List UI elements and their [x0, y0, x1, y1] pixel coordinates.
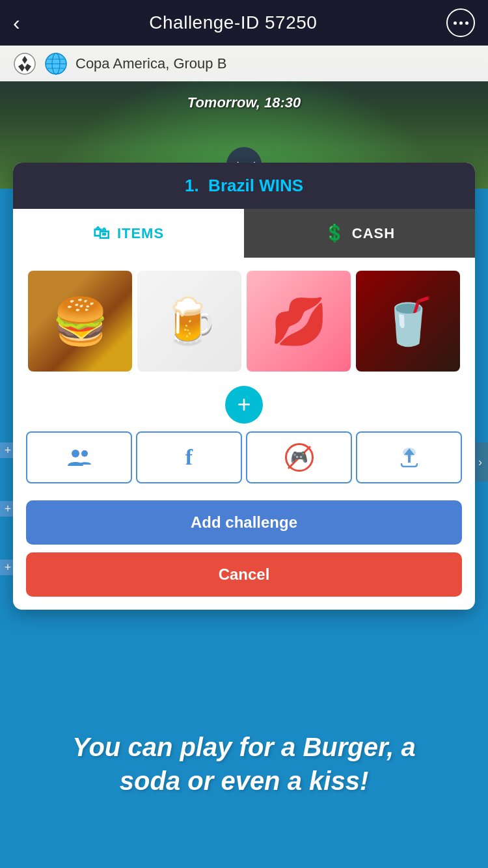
action-buttons: Add challenge Cancel [13, 494, 475, 610]
item-burger[interactable] [28, 271, 132, 372]
tabs-row: 🛍 ITEMS 💲 CASH [13, 209, 475, 258]
tab-cash-label: CASH [352, 225, 395, 242]
items-section [13, 258, 475, 378]
back-button[interactable]: ‹ [13, 12, 20, 33]
facebook-icon: f [185, 445, 193, 470]
facebook-button[interactable]: f [136, 431, 242, 483]
page-title: Challenge-ID 57250 [149, 12, 317, 33]
items-grid [26, 271, 462, 372]
prediction-number: 1. [185, 176, 199, 195]
items-tab-icon: 🛍 [93, 223, 111, 243]
challenge-modal: 1. Brazil WINS 🛍 ITEMS 💲 CASH + [13, 163, 475, 610]
upload-button[interactable] [356, 431, 462, 483]
soccer-ball-icon [13, 52, 36, 75]
friends-button[interactable] [26, 431, 132, 483]
prediction-text: 1. Brazil WINS [26, 176, 462, 196]
friends-icon [68, 448, 91, 467]
cash-tab-icon: 💲 [324, 223, 346, 243]
add-challenge-button[interactable]: Add challenge [26, 500, 462, 545]
add-item-container: + [13, 378, 475, 431]
league-name: Copa America, Group B [75, 55, 226, 72]
upload-icon [398, 446, 421, 469]
add-icon: + [237, 393, 251, 416]
globe-icon [44, 52, 68, 75]
app-header: ‹ Challenge-ID 57250 [0, 0, 488, 46]
tagline-text: You can play for a Burger, a soda or eve… [39, 730, 449, 798]
dot1 [454, 21, 457, 25]
bottom-tagline-section: You can play for a Burger, a soda or eve… [0, 660, 488, 868]
social-buttons-row: f 🎮 [13, 431, 475, 494]
dot3 [465, 21, 468, 25]
menu-button[interactable] [446, 8, 475, 37]
svg-point-9 [72, 450, 79, 457]
gamepad-inner-icon: 🎮 [290, 449, 308, 466]
prediction-highlight: Brazil WINS [208, 176, 303, 195]
league-bar: Copa America, Group B [0, 46, 488, 81]
tab-items[interactable]: 🛍 ITEMS [13, 209, 244, 258]
no-game-icon: 🎮 [285, 443, 314, 472]
dot2 [459, 21, 463, 25]
svg-point-10 [81, 450, 88, 457]
item-soda[interactable] [356, 271, 460, 372]
cancel-button[interactable]: Cancel [26, 552, 462, 597]
item-beer[interactable] [137, 271, 241, 372]
tab-cash[interactable]: 💲 CASH [244, 209, 475, 258]
prediction-bar: 1. Brazil WINS [13, 163, 475, 209]
svg-point-11 [403, 448, 416, 457]
no-game-button[interactable]: 🎮 [246, 431, 352, 483]
match-time: Tomorrow, 18:30 [0, 85, 488, 111]
tab-items-label: ITEMS [117, 225, 164, 242]
add-item-button[interactable]: + [225, 386, 263, 424]
item-kiss[interactable] [247, 271, 351, 372]
